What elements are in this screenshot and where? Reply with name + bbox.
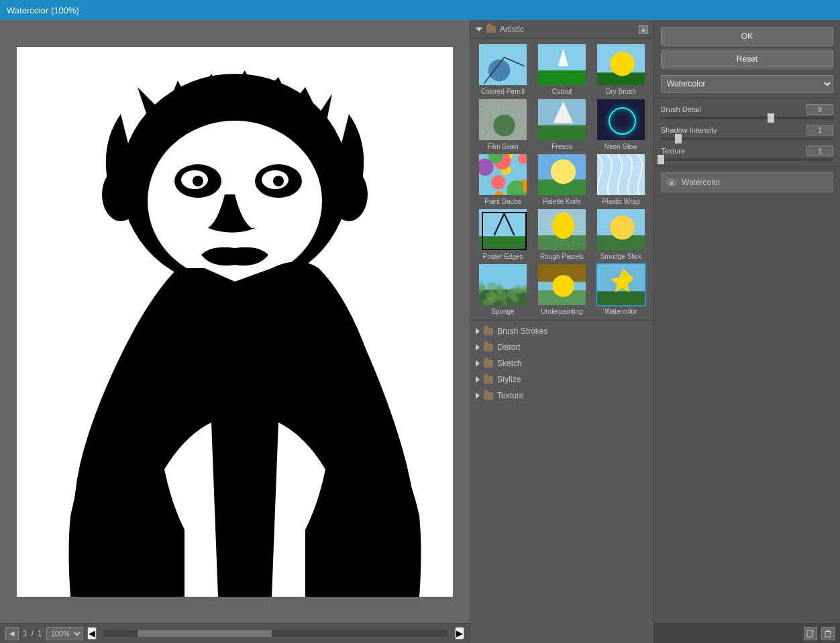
slider-value-0[interactable]: 9 xyxy=(806,104,833,115)
page-total-display: / xyxy=(32,629,34,638)
filter-dropdown-area: WatercolorDry BrushFilm GrainFrescoNeon … xyxy=(654,75,840,98)
thumbnail-label-cutout: Cutout xyxy=(552,88,572,96)
artistic-category-label: Artistic xyxy=(500,25,524,34)
canvas-toolbar: ◀ 1 / 1 100% 50% 200% ◀ ▶ xyxy=(0,623,470,643)
folder-icon xyxy=(484,344,493,351)
thumbnail-image-poster-edges xyxy=(478,208,528,251)
expand-arrow-icon xyxy=(476,392,480,399)
category-item-texture[interactable]: Texture xyxy=(470,388,653,404)
slider-track-1[interactable] xyxy=(661,137,833,140)
zoom-select[interactable]: 100% 50% 200% xyxy=(46,627,83,640)
thumbnail-image-dry-brush xyxy=(596,43,646,86)
reset-button[interactable]: Reset xyxy=(661,50,833,68)
thumbnail-canvas xyxy=(597,44,646,86)
filter-dropdown[interactable]: WatercolorDry BrushFilm GrainFrescoNeon … xyxy=(661,75,833,93)
slider-track-0[interactable] xyxy=(661,117,833,119)
collapse-panel-button[interactable]: ▲ xyxy=(639,25,648,34)
slider-value-2[interactable]: 1 xyxy=(806,145,833,156)
slider-label-1: Shadow Intensity xyxy=(661,126,717,134)
thumbnail-canvas xyxy=(597,154,646,196)
thumbnail-canvas xyxy=(597,209,646,251)
thumbnail-underpainting[interactable]: Underpainting xyxy=(533,263,590,316)
thumbnail-canvas xyxy=(597,264,646,306)
svg-point-8 xyxy=(193,176,203,186)
thumbnail-canvas xyxy=(597,99,646,141)
thumbnail-smudge-stick[interactable]: Smudge Stick xyxy=(592,208,649,261)
slider-row-2: Texture1 xyxy=(661,145,833,161)
thumbnail-film-grain[interactable]: Film Grain xyxy=(474,98,531,151)
thumbnail-sponge[interactable]: Sponge xyxy=(474,263,531,316)
thumbnail-canvas xyxy=(479,209,528,251)
thumbnail-dry-brush[interactable]: Dry Brush xyxy=(592,43,649,96)
expand-arrow-icon xyxy=(476,344,480,351)
scroll-left-button[interactable]: ◀ xyxy=(87,627,97,640)
slider-top-2: Texture1 xyxy=(661,145,833,156)
category-item-brush-strokes[interactable]: Brush Strokes xyxy=(470,323,653,339)
thumbnail-neon-glow[interactable]: Neon Glow xyxy=(592,98,649,151)
thumbnail-fresco[interactable]: Fresco xyxy=(533,98,590,151)
scroll-right-button[interactable]: ▶ xyxy=(455,627,464,640)
new-layer-icon xyxy=(806,630,815,638)
ok-button[interactable]: OK xyxy=(661,27,833,46)
thumbnail-poster-edges[interactable]: Poster Edges xyxy=(474,208,531,261)
artistic-header[interactable]: Artistic ▲ xyxy=(470,20,653,39)
thumbnail-canvas xyxy=(479,44,528,86)
slider-track-2[interactable] xyxy=(661,158,833,161)
thumbnail-plastic-wrap[interactable]: Plastic Wrap xyxy=(592,153,649,206)
thumbnail-label-paint-daubs: Paint Daubs xyxy=(484,198,521,206)
thumbnail-image-palette-knife xyxy=(537,153,587,196)
category-item-distort[interactable]: Distort xyxy=(470,339,653,355)
title-bar: Watercolor (100%) xyxy=(0,0,840,20)
slider-thumb-2[interactable] xyxy=(658,155,664,164)
thumbnail-label-plastic-wrap: Plastic Wrap xyxy=(602,198,640,206)
folder-icon xyxy=(484,328,493,335)
thumbnail-paint-daubs[interactable]: Paint Daubs xyxy=(474,153,531,206)
collapse-arrow-icon xyxy=(476,27,482,32)
thumbnails-grid: Colored PencilCutoutDry BrushFilm GrainF… xyxy=(470,39,653,320)
thumbnail-image-colored-pencil xyxy=(478,43,528,86)
slider-thumb-0[interactable] xyxy=(768,113,774,123)
thumbnail-image-fresco xyxy=(537,98,587,141)
category-label-brush-strokes: Brush Strokes xyxy=(497,327,547,336)
delete-layer-icon xyxy=(824,630,832,638)
thumbnail-label-watercolor-thumb: Watercolor xyxy=(605,308,637,316)
effect-layer-item[interactable]: Watercolor xyxy=(661,172,833,192)
slider-row-1: Shadow Intensity1 xyxy=(661,125,833,140)
slider-thumb-1[interactable] xyxy=(675,134,682,143)
nav-page-prev-button[interactable]: ◀ xyxy=(5,627,19,640)
slider-label-2: Texture xyxy=(661,147,685,155)
folder-icon xyxy=(484,360,493,367)
settings-panel: OK Reset WatercolorDry BrushFilm GrainFr… xyxy=(654,20,840,643)
category-item-stylize[interactable]: Stylize xyxy=(470,371,653,388)
lower-right-panel: Watercolor xyxy=(654,166,840,643)
delete-effect-layer-button[interactable] xyxy=(821,627,835,640)
folder-icon xyxy=(484,392,493,400)
portrait-image xyxy=(17,47,453,597)
thumbnail-palette-knife[interactable]: Palette Knife xyxy=(533,153,590,206)
layer-visibility-eye-icon[interactable] xyxy=(667,179,676,186)
buttons-area: OK Reset xyxy=(654,20,840,75)
thumbnail-watercolor-thumb[interactable]: Watercolor xyxy=(592,263,649,316)
thumbnail-label-sponge: Sponge xyxy=(491,308,514,316)
thumbnail-image-plastic-wrap xyxy=(596,153,646,196)
folder-icon xyxy=(484,376,493,384)
scrollbar-track[interactable] xyxy=(103,630,448,638)
page-total-count: 1 xyxy=(38,629,42,638)
category-list: Brush StrokesDistortSketchStylizeTexture xyxy=(470,320,653,406)
thumbnail-colored-pencil[interactable]: Colored Pencil xyxy=(474,43,531,96)
filter-panel: Artistic ▲ Colored PencilCutoutDry Brush… xyxy=(470,20,654,643)
category-item-sketch[interactable]: Sketch xyxy=(470,355,653,371)
thumbnail-canvas xyxy=(538,209,587,251)
thumbnail-cutout[interactable]: Cutout xyxy=(533,43,590,96)
thumbnail-label-poster-edges: Poster Edges xyxy=(482,253,523,261)
thumbnail-label-rough-pastels: Rough Pastels xyxy=(540,253,584,261)
thumbnail-image-film-grain xyxy=(478,98,528,141)
sliders-area: Brush Detail9Shadow Intensity1Texture1 xyxy=(654,99,840,166)
thumbnail-canvas xyxy=(538,264,587,306)
thumbnail-rough-pastels[interactable]: Rough Pastels xyxy=(533,208,590,261)
slider-value-1[interactable]: 1 xyxy=(806,125,833,135)
scrollbar-thumb[interactable] xyxy=(138,630,272,637)
new-effect-layer-button[interactable] xyxy=(804,627,817,640)
layer-bottom-bar xyxy=(654,623,840,643)
effect-layer-label: Watercolor xyxy=(682,178,721,187)
